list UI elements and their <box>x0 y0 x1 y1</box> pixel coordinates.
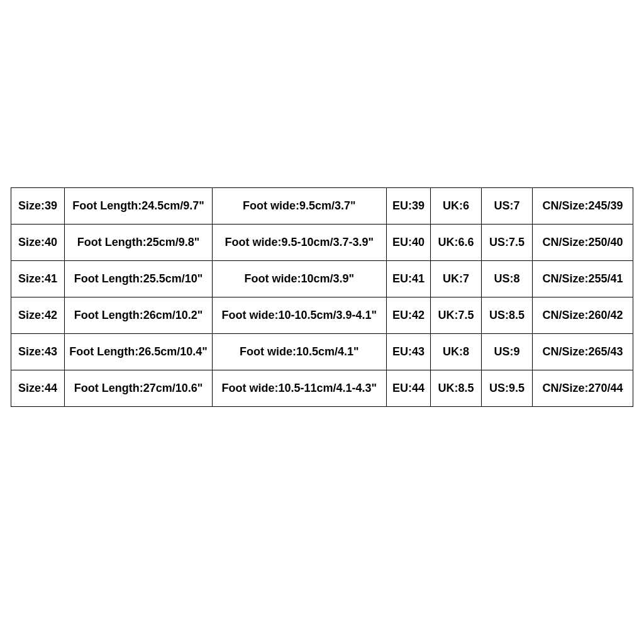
cell-cn: CN/Size:250/40 <box>533 224 633 260</box>
table-row: Size:42 Foot Length:26cm/10.2" Foot wide… <box>11 297 633 333</box>
cell-us: US:9 <box>482 333 533 370</box>
cell-cn: CN/Size:265/43 <box>533 333 633 370</box>
cell-length: Foot Length:26cm/10.2" <box>65 297 212 333</box>
cell-cn: CN/Size:245/39 <box>533 187 633 224</box>
cell-uk: UK:6.6 <box>431 224 482 260</box>
cell-size: Size:42 <box>11 297 65 333</box>
cell-length: Foot Length:24.5cm/9.7" <box>65 187 212 224</box>
cell-size: Size:40 <box>11 224 65 260</box>
cell-length: Foot Length:25.5cm/10" <box>65 260 212 297</box>
cell-size: Size:41 <box>11 260 65 297</box>
cell-eu: EU:41 <box>386 260 430 297</box>
cell-us: US:7.5 <box>482 224 533 260</box>
table-row: Size:39 Foot Length:24.5cm/9.7" Foot wid… <box>11 187 633 224</box>
cell-length: Foot Length:26.5cm/10.4" <box>65 333 212 370</box>
table-row: Size:40 Foot Length:25cm/9.8" Foot wide:… <box>11 224 633 260</box>
cell-us: US:9.5 <box>482 370 533 406</box>
cell-eu: EU:39 <box>386 187 430 224</box>
table-row: Size:43 Foot Length:26.5cm/10.4" Foot wi… <box>11 333 633 370</box>
table-row: Size:44 Foot Length:27cm/10.6" Foot wide… <box>11 370 633 406</box>
cell-wide: Foot wide:10cm/3.9" <box>212 260 386 297</box>
cell-uk: UK:7.5 <box>431 297 482 333</box>
cell-wide: Foot wide:9.5-10cm/3.7-3.9" <box>212 224 386 260</box>
cell-cn: CN/Size:260/42 <box>533 297 633 333</box>
cell-wide: Foot wide:10.5cm/4.1" <box>212 333 386 370</box>
cell-wide: Foot wide:10-10.5cm/3.9-4.1" <box>212 297 386 333</box>
cell-uk: UK:6 <box>431 187 482 224</box>
cell-cn: CN/Size:255/41 <box>533 260 633 297</box>
cell-eu: EU:40 <box>386 224 430 260</box>
cell-size: Size:44 <box>11 370 65 406</box>
size-chart-table: Size:39 Foot Length:24.5cm/9.7" Foot wid… <box>11 187 633 407</box>
cell-wide: Foot wide:9.5cm/3.7" <box>212 187 386 224</box>
cell-size: Size:39 <box>11 187 65 224</box>
table-row: Size:41 Foot Length:25.5cm/10" Foot wide… <box>11 260 633 297</box>
cell-us: US:8.5 <box>482 297 533 333</box>
cell-uk: UK:8.5 <box>431 370 482 406</box>
cell-eu: EU:44 <box>386 370 430 406</box>
cell-eu: EU:42 <box>386 297 430 333</box>
cell-us: US:7 <box>482 187 533 224</box>
cell-size: Size:43 <box>11 333 65 370</box>
cell-length: Foot Length:27cm/10.6" <box>65 370 212 406</box>
cell-length: Foot Length:25cm/9.8" <box>65 224 212 260</box>
cell-uk: UK:8 <box>431 333 482 370</box>
cell-cn: CN/Size:270/44 <box>533 370 633 406</box>
cell-us: US:8 <box>482 260 533 297</box>
cell-eu: EU:43 <box>386 333 430 370</box>
cell-uk: UK:7 <box>431 260 482 297</box>
cell-wide: Foot wide:10.5-11cm/4.1-4.3" <box>212 370 386 406</box>
